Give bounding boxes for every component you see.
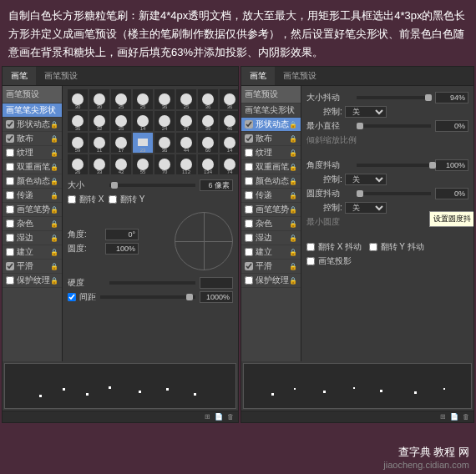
brush-projection-checkbox[interactable]: [306, 257, 315, 265]
brush-preset-cell[interactable]: 25: [176, 89, 196, 109]
sidebar-brush-pose[interactable]: 画笔笔势🔒: [3, 203, 62, 217]
control-select[interactable]: 关: [345, 202, 387, 214]
sidebar-dual-brush[interactable]: 双重画笔🔒: [241, 160, 301, 174]
sidebar-color-dynamics[interactable]: 颜色动态🔒: [3, 174, 62, 189]
sidebar-tip-shape[interactable]: 画笔笔尖形状: [241, 103, 301, 118]
toggle-icon[interactable]: ⊞: [205, 413, 210, 421]
brush-preset-cell[interactable]: 25: [133, 89, 153, 109]
angle-input[interactable]: [105, 229, 139, 240]
sidebar-color-dynamics[interactable]: 颜色动态🔒: [241, 174, 301, 189]
brush-preset-cell[interactable]: 36: [154, 133, 175, 153]
brush-preset-cell[interactable]: 27: [176, 111, 196, 131]
sidebar-brush-pose[interactable]: 画笔笔势🔒: [241, 203, 301, 217]
sidebar-tip-shape[interactable]: 画笔笔尖形状: [3, 103, 62, 118]
brush-preset-grid[interactable]: 3030252536253636363225142427394659111723…: [68, 89, 233, 174]
angle-jitter-input[interactable]: [435, 159, 468, 171]
sidebar-noise[interactable]: 杂色🔒: [241, 217, 301, 231]
spacing-input[interactable]: [200, 291, 233, 303]
min-diameter-slider[interactable]: [357, 124, 431, 128]
brush-preset-cell[interactable]: 42: [111, 154, 131, 174]
tab-presets[interactable]: 画笔预设: [36, 67, 86, 85]
min-diameter-input[interactable]: [435, 120, 468, 132]
sidebar-dual-brush[interactable]: 双重画笔🔒: [3, 160, 62, 174]
flip-x-jitter-checkbox[interactable]: [306, 243, 315, 251]
size-label: 大小: [68, 179, 105, 191]
sidebar-texture[interactable]: 纹理🔒: [241, 146, 301, 160]
spacing-checkbox[interactable]: [68, 293, 76, 301]
brush-preset-cell[interactable]: 60: [198, 133, 218, 153]
sidebar-protect-texture[interactable]: 保护纹理🔒: [3, 274, 62, 288]
brush-preset-cell[interactable]: 11: [89, 133, 109, 153]
brush-preset-cell[interactable]: 59: [68, 133, 88, 153]
angle-jitter-slider[interactable]: [357, 164, 431, 167]
brush-preset-cell[interactable]: 36: [68, 111, 88, 131]
flip-x-checkbox[interactable]: [68, 195, 76, 204]
brush-preset-cell[interactable]: 36: [220, 89, 238, 109]
flip-y-checkbox[interactable]: [109, 195, 117, 204]
sidebar-scatter[interactable]: 散布🔒: [241, 132, 301, 146]
tab-presets[interactable]: 画笔预设: [275, 67, 325, 85]
lock-icon: 🔒: [50, 149, 58, 157]
size-jitter-slider[interactable]: [357, 96, 431, 99]
hardness-slider[interactable]: [109, 281, 195, 285]
angle-crosshair[interactable]: [175, 212, 233, 270]
brush-preset-cell[interactable]: 39: [198, 111, 218, 131]
brush-preset-cell[interactable]: 46: [220, 111, 238, 131]
sidebar-buildup[interactable]: 建立🔒: [241, 245, 301, 260]
trash-icon[interactable]: 🗑: [227, 413, 234, 421]
brush-preset-cell[interactable]: 32: [89, 111, 109, 131]
brush-preset-cell[interactable]: 55: [133, 154, 153, 174]
roundness-jitter-slider[interactable]: [357, 192, 431, 195]
new-icon[interactable]: 📄: [450, 413, 458, 421]
control-select[interactable]: 关: [345, 174, 387, 185]
brush-preset-cell[interactable]: 24: [154, 111, 175, 131]
brush-preset-cell[interactable]: 36: [154, 89, 175, 109]
brush-preset-cell[interactable]: 14: [133, 111, 153, 131]
spacing-slider[interactable]: [100, 295, 195, 299]
brush-preset-cell[interactable]: 30: [68, 89, 88, 109]
sidebar-texture[interactable]: 纹理🔒: [3, 146, 62, 160]
sidebar-wet-edges[interactable]: 湿边🔒: [241, 231, 301, 245]
roundness-jitter-input[interactable]: [435, 188, 468, 199]
brush-preset-cell[interactable]: 25: [111, 111, 131, 131]
brush-preset-cell[interactable]: 17: [111, 133, 131, 153]
size-jitter-input[interactable]: [435, 92, 468, 103]
sidebar-smoothing[interactable]: 平滑🔒: [241, 260, 301, 274]
brush-preset-cell[interactable]: 26: [68, 154, 88, 174]
sidebar-transfer[interactable]: 传递🔒: [241, 189, 301, 203]
sidebar-shape-dynamics[interactable]: 形状动态🔒: [241, 118, 301, 132]
hardness-input[interactable]: [200, 277, 233, 289]
brush-preset-cell[interactable]: 74: [220, 154, 238, 174]
sidebar-scatter[interactable]: 散布🔒: [3, 132, 62, 146]
sidebar-shape-dynamics[interactable]: 形状动态🔒: [3, 118, 62, 132]
toggle-icon[interactable]: ⊞: [440, 413, 446, 421]
size-slider[interactable]: [109, 184, 195, 187]
size-input[interactable]: [200, 179, 233, 191]
brush-preset-cell[interactable]: 30: [89, 89, 109, 109]
brush-preset-cell[interactable]: 33: [89, 154, 109, 174]
lock-icon: 🔒: [289, 263, 297, 270]
flip-y-jitter-checkbox[interactable]: [369, 243, 377, 251]
trash-icon[interactable]: 🗑: [463, 413, 469, 421]
brush-preset-cell[interactable]: 44: [176, 133, 196, 153]
sidebar-protect-texture[interactable]: 保护纹理🔒: [241, 274, 301, 288]
roundness-input[interactable]: [105, 243, 139, 255]
brush-preset-cell[interactable]: 70: [154, 154, 175, 174]
control-select[interactable]: 关: [345, 106, 387, 118]
sidebar-smoothing[interactable]: 平滑🔒: [3, 260, 62, 274]
tab-brush[interactable]: 画笔: [241, 67, 275, 85]
sidebar-presets-header[interactable]: 画笔预设: [3, 86, 62, 103]
brush-preset-cell[interactable]: 25: [111, 89, 131, 109]
tab-brush[interactable]: 画笔: [3, 67, 36, 85]
brush-preset-cell[interactable]: 23: [133, 133, 153, 153]
brush-preset-cell[interactable]: 112: [176, 154, 196, 174]
brush-preset-cell[interactable]: 14: [220, 133, 238, 153]
sidebar-noise[interactable]: 杂色🔒: [3, 217, 62, 231]
sidebar-transfer[interactable]: 传递🔒: [3, 189, 62, 203]
brush-preset-cell[interactable]: 134: [198, 154, 218, 174]
new-icon[interactable]: 📄: [215, 413, 223, 421]
sidebar-presets-header[interactable]: 画笔预设: [241, 86, 301, 103]
sidebar-wet-edges[interactable]: 湿边🔒: [3, 231, 62, 245]
brush-preset-cell[interactable]: 36: [198, 89, 218, 109]
sidebar-buildup[interactable]: 建立🔒: [3, 245, 62, 260]
